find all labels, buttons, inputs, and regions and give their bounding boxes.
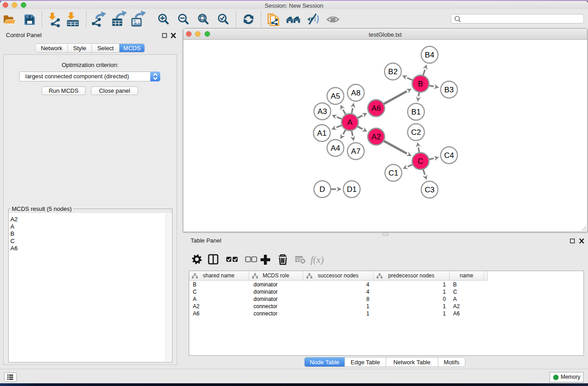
svg-text:A8: A8 — [351, 89, 361, 97]
svg-text:f(x): f(x) — [311, 254, 324, 265]
svg-text:D1: D1 — [347, 185, 357, 194]
svg-text:C4: C4 — [444, 151, 454, 160]
svg-text:C: C — [418, 157, 423, 166]
svg-text:A1: A1 — [317, 129, 327, 138]
svg-text:A4: A4 — [331, 144, 340, 152]
svg-text:B1: B1 — [411, 108, 421, 116]
svg-text:A6: A6 — [372, 104, 381, 113]
svg-text:A3: A3 — [318, 107, 327, 116]
svg-text:B2: B2 — [388, 67, 398, 76]
svg-text:A5: A5 — [331, 92, 340, 100]
svg-text:C1: C1 — [388, 169, 398, 177]
svg-text:B3: B3 — [445, 86, 454, 94]
svg-text:D: D — [320, 185, 325, 194]
svg-text:C3: C3 — [425, 186, 435, 194]
svg-text:A2: A2 — [372, 133, 381, 141]
svg-text:C2: C2 — [411, 128, 421, 137]
svg-text:B4: B4 — [425, 51, 435, 59]
svg-text:A: A — [347, 118, 353, 127]
svg-text:B: B — [418, 80, 423, 88]
svg-text:A7: A7 — [351, 147, 361, 156]
